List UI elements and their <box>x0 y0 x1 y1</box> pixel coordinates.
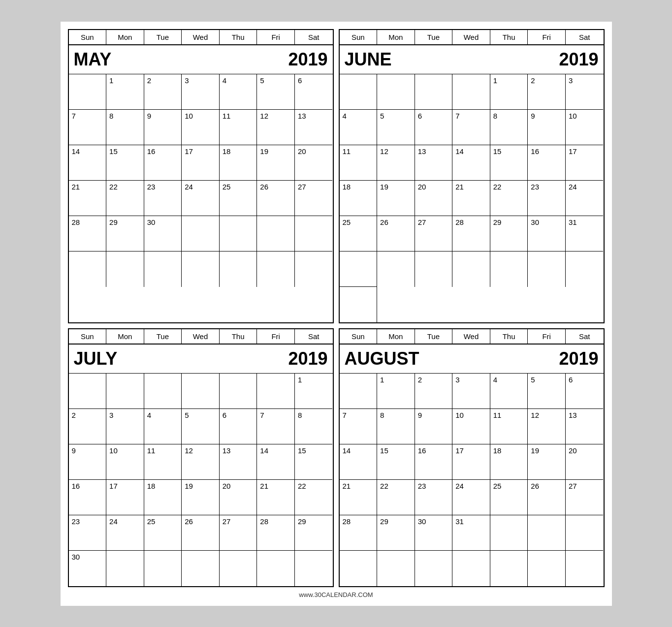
cal-cell-w1-d3: 5 <box>182 409 220 444</box>
day-header-row-june-2019: SunMonTueWedThuFriSat <box>340 30 604 45</box>
day-name-thu: Thu <box>490 30 528 44</box>
cal-cell-w2-d5: 17 <box>566 145 604 181</box>
cal-cell-w4-d6 <box>566 515 604 551</box>
cal-cell-w1-d3: 10 <box>182 110 220 145</box>
cal-cell-w2-d5: 19 <box>528 444 566 480</box>
cal-cell-w3-d5: 26 <box>528 480 566 515</box>
cal-cell-w1-d1: 3 <box>106 409 144 444</box>
cal-cell-w3-d0: 21 <box>69 181 107 216</box>
cal-cell-w0-d4: 4 <box>220 74 257 110</box>
cal-cell-w3-d0: 16 <box>69 480 107 515</box>
cal-cell-w5-d5 <box>257 251 295 287</box>
cal-cell-w3-d3: 24 <box>452 480 490 515</box>
cal-cell-w5-d6 <box>340 287 378 322</box>
cal-cell-w3-d1: 17 <box>106 480 144 515</box>
month-name-june-2019: JUNE <box>345 49 392 70</box>
cal-cell-w3-d1: 20 <box>415 181 453 216</box>
cal-cell-w2-d3: 17 <box>452 444 490 480</box>
day-name-mon: Mon <box>106 329 144 344</box>
day-name-sun: Sun <box>69 30 107 44</box>
cal-cell-w1-d0: 2 <box>69 409 107 444</box>
day-name-mon: Mon <box>106 30 144 44</box>
cal-cell-w0-d0 <box>340 74 378 110</box>
cal-cell-w4-d2: 25 <box>144 515 182 551</box>
cal-grid-june-2019: 1234567891011121314151617181920212223242… <box>340 74 604 322</box>
month-name-august-2019: AUGUST <box>345 348 419 369</box>
cal-cell-w3-d6: 25 <box>340 216 378 251</box>
day-name-fri: Fri <box>528 329 566 344</box>
cal-cell-w5-d3 <box>182 251 220 287</box>
year-name-may-2019: 2019 <box>288 49 327 70</box>
day-header-row-august-2019: SunMonTueWedThuFriSat <box>340 329 604 345</box>
cal-cell-w4-d0: 26 <box>377 216 415 251</box>
cal-cell-w2-d5: 19 <box>257 145 295 181</box>
cal-cell-w1-d4: 6 <box>220 409 257 444</box>
cal-cell-w5-d0 <box>69 251 107 287</box>
cal-grid-august-2019: 1234567891011121314151617181920212223242… <box>340 374 604 586</box>
cal-cell-w2-d0: 14 <box>340 444 378 480</box>
cal-cell-w1-d5: 7 <box>257 409 295 444</box>
cal-cell-w0-d5: 2 <box>528 74 566 110</box>
cal-cell-w2-d4: 16 <box>528 145 566 181</box>
day-name-sun: Sun <box>69 329 107 344</box>
cal-cell-w1-d1: 6 <box>415 110 453 145</box>
day-name-fri: Fri <box>257 30 295 44</box>
day-name-sat: Sat <box>295 30 333 44</box>
cal-cell-w1-d2: 7 <box>452 110 490 145</box>
cal-cell-w3-d5: 24 <box>566 181 604 216</box>
cal-cell-w3-d4: 25 <box>220 181 257 216</box>
cal-cell-w4-d3: 26 <box>182 515 220 551</box>
day-name-mon: Mon <box>377 329 415 344</box>
month-year-row-june-2019: JUNE2019 <box>340 45 604 74</box>
cal-cell-w3-d3: 22 <box>490 181 528 216</box>
cal-cell-w2-d3: 15 <box>490 145 528 181</box>
cal-cell-w4-d6 <box>295 216 333 251</box>
cal-cell-w4-d5: 28 <box>257 515 295 551</box>
year-name-july-2019: 2019 <box>288 348 327 369</box>
day-name-mon: Mon <box>377 30 415 44</box>
cal-cell-w2-d1: 15 <box>377 444 415 480</box>
day-header-row-may-2019: SunMonTueWedThuFriSat <box>69 30 333 45</box>
cal-cell-w0-d6: 6 <box>566 374 604 409</box>
cal-cell-w5-d6 <box>566 551 604 586</box>
calendar-june-2019: SunMonTueWedThuFriSatJUNE201912345678910… <box>339 29 605 323</box>
day-name-sun: Sun <box>340 329 378 344</box>
day-name-tue: Tue <box>144 30 182 44</box>
year-name-august-2019: 2019 <box>559 348 598 369</box>
cal-cell-w1-d3: 8 <box>490 110 528 145</box>
cal-cell-w5-d2 <box>144 551 182 586</box>
cal-cell-w2-d0: 9 <box>69 444 107 480</box>
cal-cell-w0-d0 <box>69 374 107 409</box>
cal-cell-w3-d4: 20 <box>220 480 257 515</box>
cal-cell-w5-d5 <box>566 251 604 287</box>
cal-cell-w3-d0: 19 <box>377 181 415 216</box>
cal-cell-w3-d4: 23 <box>528 181 566 216</box>
cal-cell-w3-d2: 23 <box>415 480 453 515</box>
cal-cell-w3-d4: 25 <box>490 480 528 515</box>
cal-cell-w0-d6: 6 <box>295 74 333 110</box>
day-name-wed: Wed <box>182 329 220 344</box>
day-name-sun: Sun <box>340 30 378 44</box>
page: SunMonTueWedThuFriSatMAY2019123456789101… <box>61 22 612 606</box>
cal-cell-w4-d4: 27 <box>220 515 257 551</box>
cal-cell-w3-d6: 22 <box>295 480 333 515</box>
cal-cell-w0-d2 <box>415 74 453 110</box>
cal-cell-w4-d3 <box>182 216 220 251</box>
cal-cell-w3-d1: 22 <box>106 181 144 216</box>
cal-cell-w4-d6: 29 <box>295 515 333 551</box>
day-name-thu: Thu <box>220 30 257 44</box>
cal-cell-w1-d5: 12 <box>257 110 295 145</box>
cal-grid-july-2019: 1234567891011121314151617181920212223242… <box>69 374 333 586</box>
cal-cell-w2-d6: 18 <box>340 181 378 216</box>
cal-cell-w3-d2: 23 <box>144 181 182 216</box>
cal-cell-w4-d5 <box>528 515 566 551</box>
cal-cell-w5-d2 <box>415 551 453 586</box>
day-header-row-july-2019: SunMonTueWedThuFriSat <box>69 329 333 345</box>
day-name-sat: Sat <box>566 329 604 344</box>
cal-cell-w1-d6: 11 <box>340 145 378 181</box>
cal-cell-w3-d6: 27 <box>295 181 333 216</box>
cal-cell-w1-d1: 8 <box>377 409 415 444</box>
cal-cell-w3-d1: 22 <box>377 480 415 515</box>
cal-cell-w2-d3: 12 <box>182 444 220 480</box>
calendar-july-2019: SunMonTueWedThuFriSatJULY201912345678910… <box>68 328 334 587</box>
